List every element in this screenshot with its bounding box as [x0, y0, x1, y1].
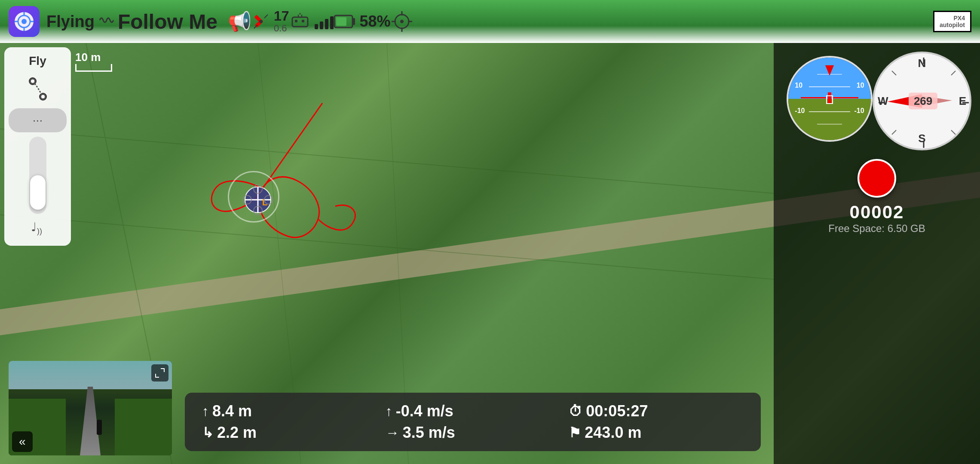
center-square: [826, 95, 833, 104]
camera-thumbnail: «: [9, 361, 172, 455]
bank-indicator: [825, 65, 834, 76]
battery-percent: 58%: [359, 12, 390, 31]
svg-text:L: L: [262, 198, 267, 207]
file-counter: 00002 Free Space: 6.50 GB: [828, 202, 925, 235]
file-counter-number: 00002: [828, 202, 925, 223]
follow-me-label: Follow Me: [118, 10, 217, 34]
svg-line-10: [264, 15, 268, 18]
topbar: Flying Follow Me 📢 17 0.6: [0, 0, 980, 43]
wing-left: [801, 97, 827, 98]
compass-north-label: N: [918, 57, 926, 70]
scale-indicator: 10 m: [75, 51, 112, 72]
satellite-group: 17 0.6: [251, 9, 289, 34]
cam-road: [64, 387, 116, 455]
horizontal-dist-value: 2.2 m: [217, 424, 257, 442]
svg-rect-14: [302, 20, 304, 22]
hud-home-distance: ⚑ 243.0 m: [569, 424, 744, 442]
signal-bars: [315, 14, 334, 29]
hdist-icon: ↳: [202, 424, 214, 441]
battery-group: 58%: [334, 12, 390, 31]
compass-east-label: E: [959, 95, 966, 108]
more-button[interactable]: ···: [9, 108, 67, 132]
svg-line-52: [951, 130, 956, 134]
record-button[interactable]: [858, 159, 896, 198]
cam-expand-button[interactable]: [151, 364, 168, 382]
wing-right: [832, 97, 858, 98]
svg-text:♩: ♩: [31, 220, 37, 234]
horizon-ground: [788, 99, 871, 140]
svg-point-22: [400, 20, 404, 23]
left-sidebar: Fly ··· ♩ )): [4, 47, 71, 246]
fly-label: Fly: [29, 54, 46, 68]
battery-icon: [334, 13, 356, 30]
compass: N S E W 269: [873, 52, 971, 150]
speed-icon: →: [386, 425, 399, 441]
svg-text:)): )): [37, 227, 42, 235]
svg-line-51: [951, 71, 956, 75]
pitch-line-20-bottom: [817, 124, 842, 125]
gps-group: [391, 10, 413, 33]
altitude-slider[interactable]: [29, 137, 46, 214]
pitch-line-10-top: [809, 86, 850, 87]
satellite-icon: [251, 12, 270, 31]
svg-line-53: [892, 130, 896, 134]
hud-speed: → 3.5 m/s: [386, 424, 560, 442]
signal-wavy-icon: [99, 12, 114, 31]
svg-rect-20: [336, 17, 346, 26]
cam-foliage-right: [115, 399, 172, 455]
svg-line-54: [892, 71, 896, 75]
svg-point-43: [31, 79, 34, 83]
gps-crosshair-icon: [391, 10, 413, 33]
waypoint-icon[interactable]: [23, 74, 53, 104]
pitch-label-10-right: 10: [857, 82, 864, 89]
compass-heading-value: 269: [914, 95, 932, 107]
cam-sky: [9, 361, 172, 389]
altitude-value: 8.4 m: [212, 402, 252, 420]
hud-time: ⏱ 00:05:27: [569, 402, 744, 420]
scale-label: 10 m: [75, 51, 112, 64]
pitch-line-10-bottom: [809, 111, 850, 112]
right-panel: 10 10 -10 -10: [774, 43, 980, 464]
home-icon: ⚑: [569, 424, 581, 441]
free-space-label: Free Space: 6.50 GB: [828, 223, 925, 235]
svg-rect-13: [295, 20, 297, 22]
app-icon[interactable]: [9, 6, 40, 37]
altitude-rate-value: -0.4 m/s: [396, 402, 453, 420]
hud-altitude: ↑ 8.4 m: [202, 402, 377, 420]
time-icon: ⏱: [569, 403, 582, 419]
home-distance-value: 243.0 m: [585, 424, 641, 442]
drone-marker: L: [239, 180, 277, 219]
altitude-icon: ↑: [202, 403, 209, 419]
altitude-rate-icon: ↑: [386, 403, 392, 419]
camera-back-button[interactable]: «: [12, 431, 33, 452]
px4-logo: PX4 autopilot: [933, 11, 971, 32]
status-flying: Flying: [46, 12, 95, 31]
satellite-count: 17: [274, 9, 289, 23]
audio-icon[interactable]: ♩ )): [29, 218, 46, 239]
camera-preview: [9, 361, 172, 455]
loudspeaker-icon: 📢: [228, 10, 251, 33]
pitch-label-10-left: 10: [795, 82, 802, 89]
hud-horizontal-dist: ↳ 2.2 m: [202, 424, 377, 442]
compass-west-label: W: [878, 95, 888, 108]
svg-point-9: [259, 20, 263, 23]
bottom-hud: ↑ 8.4 m ↑ -0.4 m/s ⏱ 00:05:27 ↳ 2.2 m → …: [185, 393, 761, 451]
speed-value: 3.5 m/s: [403, 424, 455, 442]
hud-altitude-rate: ↑ -0.4 m/s: [386, 402, 560, 420]
map-area[interactable]: L Fly ··· ♩ )): [0, 43, 980, 464]
svg-point-44: [41, 95, 45, 98]
svg-rect-19: [352, 18, 355, 25]
cam-figure: [97, 420, 102, 435]
compass-south-label: S: [918, 132, 925, 145]
announcement-icon-group: 📢: [228, 10, 251, 33]
pitch-label-neg10-left: -10: [795, 107, 805, 115]
svg-point-2: [21, 19, 27, 24]
time-value: 00:05:27: [586, 402, 648, 420]
slider-thumb[interactable]: [30, 175, 46, 210]
satellite-hdop: 0.6: [274, 23, 289, 34]
svg-rect-12: [292, 17, 308, 27]
artificial-horizon: 10 10 -10 -10: [787, 56, 873, 142]
radio-group: [289, 12, 334, 31]
radio-controller-icon: [289, 12, 311, 31]
pitch-label-neg10-right: -10: [854, 107, 864, 115]
